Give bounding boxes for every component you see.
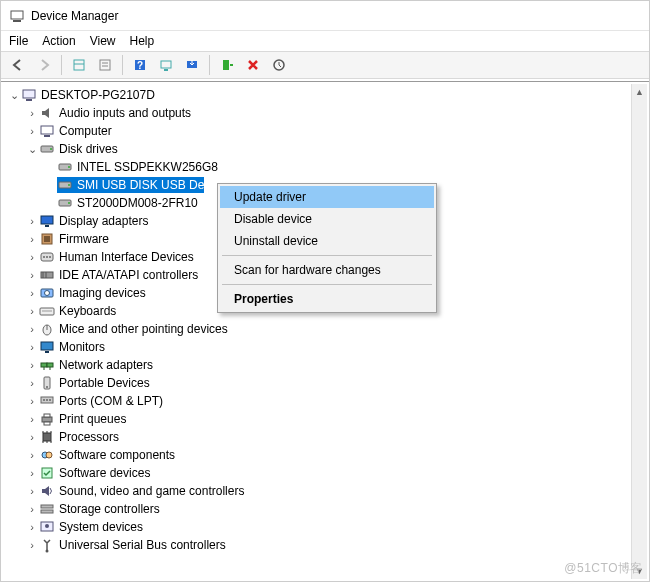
- tree-item-label: ST2000DM008-2FR10: [77, 196, 198, 210]
- tree-category[interactable]: ›Print queues: [3, 410, 631, 428]
- forward-button[interactable]: [33, 54, 55, 76]
- tree-category[interactable]: ›Computer: [3, 122, 631, 140]
- context-menu-separator: [222, 255, 432, 256]
- tree-category[interactable]: ›Mice and other pointing devices: [3, 320, 631, 338]
- expand-collapse-icon[interactable]: ›: [25, 251, 39, 263]
- expand-collapse-icon[interactable]: ›: [25, 395, 39, 407]
- uninstall-button[interactable]: [242, 54, 264, 76]
- expand-collapse-icon[interactable]: ⌄: [7, 89, 21, 102]
- tree-item-label: System devices: [59, 520, 143, 534]
- tree-category[interactable]: ›Storage controllers: [3, 500, 631, 518]
- expand-collapse-icon[interactable]: ›: [25, 215, 39, 227]
- keyboard-icon: [39, 303, 55, 319]
- expand-collapse-icon[interactable]: ›: [25, 503, 39, 515]
- tree-category[interactable]: ›Monitors: [3, 338, 631, 356]
- context-menu-separator: [222, 284, 432, 285]
- tree-item-label: Processors: [59, 430, 119, 444]
- toolbar-separator: [122, 55, 123, 75]
- vertical-scrollbar[interactable]: ▲ ▼: [631, 84, 647, 579]
- context-menu-item[interactable]: Uninstall device: [220, 230, 434, 252]
- svg-point-54: [49, 399, 51, 401]
- tree-category[interactable]: ›Sound, video and game controllers: [3, 482, 631, 500]
- context-menu: Update driverDisable deviceUninstall dev…: [217, 183, 437, 313]
- update-driver-button[interactable]: [181, 54, 203, 76]
- help-button[interactable]: ?: [129, 54, 151, 76]
- tree-area: ⌄DESKTOP-PG2107D›Audio inputs and output…: [1, 81, 649, 581]
- scan-hardware-button[interactable]: [268, 54, 290, 76]
- svg-rect-43: [41, 342, 53, 350]
- tree-item-label: Computer: [59, 124, 112, 138]
- expand-collapse-icon[interactable]: ›: [25, 341, 39, 353]
- menu-file[interactable]: File: [9, 34, 28, 48]
- svg-rect-0: [11, 11, 23, 19]
- tree-category[interactable]: ›Universal Serial Bus controllers: [3, 536, 631, 554]
- context-menu-item[interactable]: Update driver: [220, 186, 434, 208]
- svg-point-66: [46, 452, 52, 458]
- tree-item-label: Print queues: [59, 412, 126, 426]
- expand-collapse-icon[interactable]: ›: [25, 449, 39, 461]
- menu-action[interactable]: Action: [42, 34, 75, 48]
- expand-collapse-icon[interactable]: ›: [25, 485, 39, 497]
- tree-category[interactable]: ›Software components: [3, 446, 631, 464]
- svg-point-23: [68, 184, 70, 186]
- expand-collapse-icon[interactable]: ›: [25, 305, 39, 317]
- expand-collapse-icon[interactable]: ›: [25, 377, 39, 389]
- expand-collapse-icon[interactable]: ›: [25, 467, 39, 479]
- tree-category[interactable]: ›Audio inputs and outputs: [3, 104, 631, 122]
- tree-category[interactable]: ›Network adapters: [3, 356, 631, 374]
- svg-point-31: [43, 256, 45, 258]
- scroll-up-icon[interactable]: ▲: [632, 84, 647, 100]
- tree-category[interactable]: ›Ports (COM & LPT): [3, 392, 631, 410]
- svg-rect-27: [45, 225, 49, 227]
- expand-collapse-icon[interactable]: ›: [25, 269, 39, 281]
- context-menu-item[interactable]: Properties: [220, 288, 434, 310]
- expand-collapse-icon[interactable]: ›: [25, 107, 39, 119]
- expand-collapse-icon[interactable]: ›: [25, 323, 39, 335]
- svg-rect-45: [41, 363, 47, 367]
- storage-icon: [39, 501, 55, 517]
- properties-button[interactable]: [94, 54, 116, 76]
- expand-collapse-icon[interactable]: ›: [25, 539, 39, 551]
- enable-button[interactable]: [216, 54, 238, 76]
- tree-category[interactable]: ›Software devices: [3, 464, 631, 482]
- svg-point-72: [46, 550, 49, 553]
- scan-button[interactable]: [155, 54, 177, 76]
- network-icon: [39, 357, 55, 373]
- menu-help[interactable]: Help: [130, 34, 155, 48]
- tree-category[interactable]: ›Processors: [3, 428, 631, 446]
- expand-collapse-icon[interactable]: ›: [25, 413, 39, 425]
- svg-point-32: [46, 256, 48, 258]
- expand-collapse-icon[interactable]: ›: [25, 233, 39, 245]
- tree-item-label: Keyboards: [59, 304, 116, 318]
- context-menu-item[interactable]: Scan for hardware changes: [220, 259, 434, 281]
- firmware-icon: [39, 231, 55, 247]
- expand-collapse-icon[interactable]: ›: [25, 287, 39, 299]
- expand-collapse-icon[interactable]: ⌄: [25, 143, 39, 156]
- tree-category[interactable]: ⌄Disk drives: [3, 140, 631, 158]
- tree-device[interactable]: INTEL SSDPEKKW256G8: [3, 158, 631, 176]
- tree-item-label: SMI USB DISK USB De: [77, 178, 204, 192]
- hid-icon: [39, 249, 55, 265]
- back-button[interactable]: [7, 54, 29, 76]
- context-menu-item[interactable]: Disable device: [220, 208, 434, 230]
- svg-rect-12: [223, 60, 229, 70]
- computer-icon: [39, 123, 55, 139]
- expand-collapse-icon[interactable]: ›: [25, 521, 39, 533]
- show-hidden-button[interactable]: [68, 54, 90, 76]
- svg-rect-17: [44, 135, 50, 137]
- tree-category[interactable]: ›System devices: [3, 518, 631, 536]
- svg-rect-10: [164, 69, 168, 71]
- svg-point-19: [50, 148, 52, 150]
- expand-collapse-icon[interactable]: ›: [25, 431, 39, 443]
- tree-item-label: Disk drives: [59, 142, 118, 156]
- svg-rect-26: [41, 216, 53, 224]
- svg-rect-58: [43, 433, 51, 441]
- computer-root-icon: [21, 87, 37, 103]
- tree-category[interactable]: ›Portable Devices: [3, 374, 631, 392]
- menu-view[interactable]: View: [90, 34, 116, 48]
- expand-collapse-icon[interactable]: ›: [25, 359, 39, 371]
- svg-point-52: [43, 399, 45, 401]
- device-tree[interactable]: ⌄DESKTOP-PG2107D›Audio inputs and output…: [3, 84, 631, 579]
- expand-collapse-icon[interactable]: ›: [25, 125, 39, 137]
- tree-root[interactable]: ⌄DESKTOP-PG2107D: [3, 86, 631, 104]
